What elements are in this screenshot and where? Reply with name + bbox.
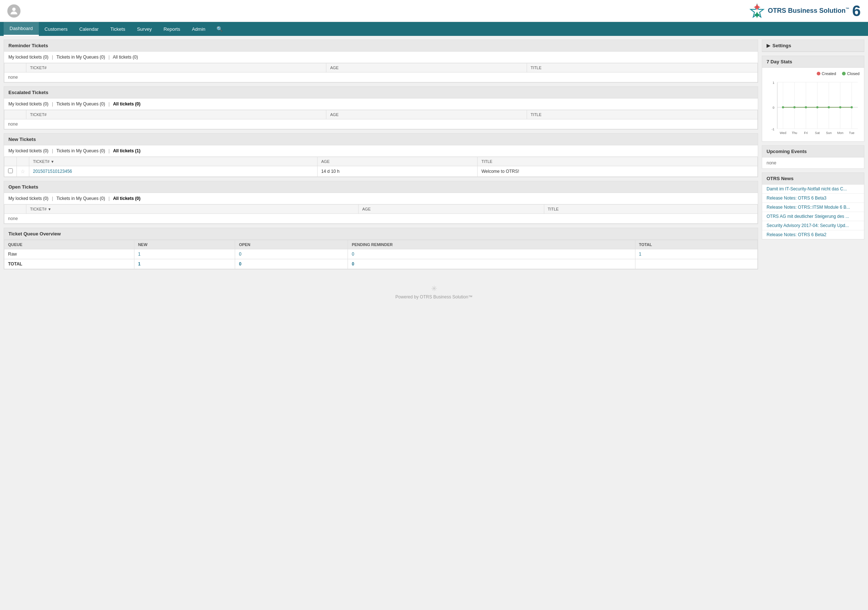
escalated-filter-tabs: My locked tickets (0) | Tickets in My Qu… [4,99,758,110]
open-filter-tabs: My locked tickets (0) | Tickets in My Qu… [4,193,758,204]
new-tickets-body: My locked tickets (0) | Tickets in My Qu… [4,146,758,177]
total-new: 1 [134,259,235,269]
settings-header[interactable]: ▶ Settings [762,40,864,52]
search-icon[interactable]: 🔍 [211,22,228,36]
queue-new-link[interactable]: 1 [138,252,141,257]
empty-text: none [5,73,758,82]
col-title: TITLE [527,63,757,73]
settings-arrow-icon: ▶ [767,43,770,48]
col-new: NEW [134,240,235,249]
col-ticket-num: TICKET# ▼ [29,157,318,166]
col-star [17,157,29,166]
new-filter-tabs: My locked tickets (0) | Tickets in My Qu… [4,146,758,157]
queue-total-link[interactable]: 1 [639,252,642,257]
seven-day-stats-section: 7 Day Stats Created Closed [762,56,864,142]
new-filter-queues[interactable]: Tickets in My Queues (0) [56,148,105,153]
table-row-empty: none [5,214,758,224]
news-link[interactable]: Release Notes: OTRS::ITSM Module 6 B... [767,205,850,210]
svg-text:0: 0 [773,106,775,110]
list-item: Security Advisory 2017-04: Security Upd.… [762,221,864,230]
upcoming-events-title: Upcoming Events [767,149,807,154]
queue-name: Raw [5,249,135,259]
table-row: ☆ 2015071510123456 14 d 10 h Welcome to … [5,166,758,177]
table-row-empty: none [5,73,758,82]
reminder-filter-tabs: My locked tickets (0) | Tickets in My Qu… [4,52,758,63]
open-tickets-body: My locked tickets (0) | Tickets in My Qu… [4,193,758,224]
list-item: Release Notes: OTRS 6 Beta2 [762,230,864,239]
list-item: Damit im IT-Security-Notfall nicht das C… [762,184,864,194]
nav-dashboard[interactable]: Dashboard [4,22,39,36]
news-link[interactable]: Security Advisory 2017-04: Security Upd.… [767,223,849,228]
reminder-tickets-section: Reminder Tickets My locked tickets (0) |… [4,40,758,83]
row-age: 14 d 10 h [317,166,477,177]
col-pending: PENDING REMINDER [348,240,635,249]
footer: ✳ Powered by OTRS Business Solution™ [0,277,868,307]
list-item: Release Notes: OTRS 6 Beta3 [762,194,864,203]
row-title: Welcome to OTRS! [477,166,758,177]
row-star-cell[interactable]: ☆ [17,166,29,177]
svg-text:Fri: Fri [804,131,808,135]
legend-created-label: Created [822,71,836,76]
total-new-link[interactable]: 1 [138,262,141,266]
upcoming-empty-text: none [767,160,777,166]
col-check [5,63,26,73]
col-age: AGE [326,110,527,119]
svg-point-0 [12,7,16,11]
escalated-tickets-title: Escalated Tickets [4,87,758,99]
nav-calendar[interactable]: Calendar [73,23,104,36]
main-content: Reminder Tickets My locked tickets (0) |… [0,36,868,277]
total-open: 0 [235,259,348,269]
news-list: Damit im IT-Security-Notfall nicht das C… [762,184,864,239]
nav-reports[interactable]: Reports [158,23,186,36]
ticket-link[interactable]: 2015071510123456 [33,169,72,174]
news-link[interactable]: Release Notes: OTRS 6 Beta2 [767,232,826,237]
col-check [5,110,26,119]
stats-header: 7 Day Stats [762,56,864,68]
reminder-filter-locked[interactable]: My locked tickets (0) [8,54,48,60]
data-point [851,106,853,108]
nav-tickets[interactable]: Tickets [104,23,131,36]
col-title: TITLE [544,205,758,214]
open-tickets-table: TICKET# ▼ AGE TITLE none [4,204,758,224]
left-panel: Reminder Tickets My locked tickets (0) |… [4,40,758,273]
data-point [793,106,795,108]
new-filter-all[interactable]: All tickets (1) [113,148,141,153]
stats-body: Created Closed 1 0 -1 [762,68,864,141]
reminder-filter-all[interactable]: All tickets (0) [113,54,138,60]
col-ticket-num: TICKET# [26,110,326,119]
open-tickets-section: Open Tickets My locked tickets (0) | Tic… [4,181,758,224]
reminder-filter-queues[interactable]: Tickets in My Queues (0) [56,54,105,60]
col-title: TITLE [527,110,757,119]
row-checkbox[interactable] [8,169,13,173]
escalated-filter-queues[interactable]: Tickets in My Queues (0) [56,101,105,107]
chart-legend: Created Closed [767,71,860,76]
news-link[interactable]: OTRS AG mit deutlicher Steigerung des ..… [767,214,849,219]
col-age: AGE [326,63,527,73]
table-row-empty: none [5,119,758,129]
user-avatar[interactable] [7,5,20,18]
footer-icon: ✳ [7,284,861,293]
settings-section: ▶ Settings [762,40,864,52]
open-filter-all[interactable]: All tickets (0) [113,196,141,201]
news-link[interactable]: Release Notes: OTRS 6 Beta3 [767,195,826,201]
escalated-filter-all[interactable]: All tickets (0) [113,101,141,107]
otrs-star-icon [749,3,765,19]
new-filter-locked[interactable]: My locked tickets (0) [8,148,48,153]
nav-admin[interactable]: Admin [186,23,211,36]
open-filter-locked[interactable]: My locked tickets (0) [8,196,48,201]
nav-customers[interactable]: Customers [39,23,74,36]
svg-text:Tue: Tue [849,131,854,135]
list-item: Release Notes: OTRS::ITSM Module 6 B... [762,203,864,212]
escalated-filter-locked[interactable]: My locked tickets (0) [8,101,48,107]
legend-closed-label: Closed [847,71,860,76]
nav-survey[interactable]: Survey [131,23,158,36]
empty-text: none [5,119,758,129]
news-link[interactable]: Damit im IT-Security-Notfall nicht das C… [767,186,847,192]
open-filter-queues[interactable]: Tickets in My Queues (0) [56,196,105,201]
total-label: TOTAL [5,259,135,269]
escalated-tickets-table: TICKET# AGE TITLE none [4,110,758,129]
queue-table: QUEUE NEW OPEN PENDING REMINDER TOTAL Ra… [4,240,758,269]
col-open: OPEN [235,240,348,249]
svg-text:Sat: Sat [815,131,820,135]
svg-text:Sun: Sun [826,131,832,135]
